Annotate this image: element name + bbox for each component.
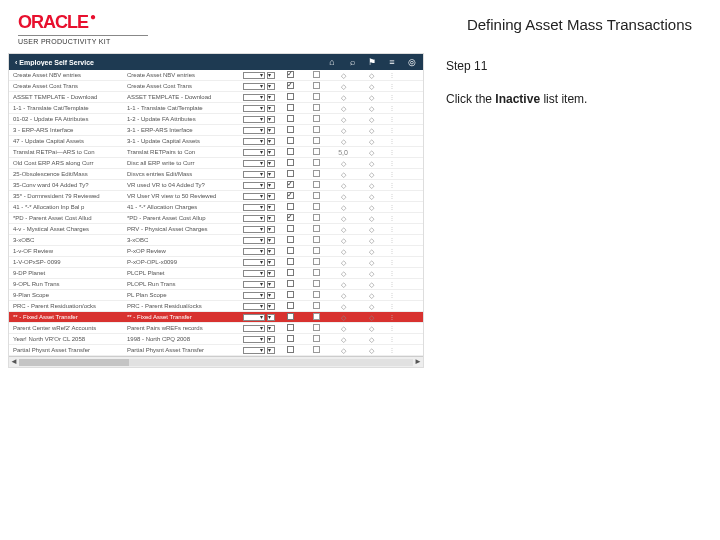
cell-eye[interactable]: ◇ xyxy=(329,347,357,354)
cell-status[interactable] xyxy=(243,259,277,266)
cell-checkbox[interactable] xyxy=(277,71,303,79)
status-dropdown-icon[interactable] xyxy=(267,193,275,200)
cell-handle[interactable]: ⋮ xyxy=(385,314,399,320)
cell-status[interactable] xyxy=(243,215,277,222)
checkbox-icon[interactable] xyxy=(287,269,294,276)
cell-eye[interactable]: ◇ xyxy=(329,226,357,233)
list-item[interactable]: 4-v - Mystical Asset ChargesPRV - Physic… xyxy=(9,224,423,235)
cell-handle[interactable]: ⋮ xyxy=(385,292,399,298)
list-item-highlighted[interactable]: ** - Fixed Asset Transfer** - Fixed Asse… xyxy=(9,312,423,323)
status-select[interactable] xyxy=(243,204,265,211)
cell-flag[interactable] xyxy=(303,137,329,145)
cell-flag[interactable] xyxy=(303,236,329,244)
checkbox-icon[interactable] xyxy=(287,236,294,243)
cell-checkbox[interactable] xyxy=(277,324,303,332)
cell-dot[interactable]: ◇ xyxy=(357,248,385,255)
list-item[interactable]: 1-v-OF ReviewP-xOP Review◇◇⋮ xyxy=(9,246,423,257)
cell-flag[interactable] xyxy=(303,104,329,112)
status-dropdown-icon[interactable] xyxy=(267,281,275,288)
cell-flag[interactable] xyxy=(303,324,329,332)
checkbox-icon[interactable] xyxy=(287,115,294,122)
cell-checkbox[interactable] xyxy=(277,258,303,266)
cell-flag[interactable] xyxy=(303,203,329,211)
cell-flag[interactable] xyxy=(303,269,329,277)
cell-handle[interactable]: ⋮ xyxy=(385,171,399,177)
status-dropdown-icon[interactable] xyxy=(267,259,275,266)
cell-flag[interactable] xyxy=(303,280,329,288)
cell-status[interactable] xyxy=(243,138,277,145)
cell-checkbox[interactable] xyxy=(277,313,303,321)
checkbox-icon[interactable] xyxy=(287,335,294,342)
status-dropdown-icon[interactable] xyxy=(267,83,275,90)
checkbox-icon[interactable] xyxy=(287,247,294,254)
status-select[interactable] xyxy=(243,325,265,332)
checkbox-icon[interactable] xyxy=(287,170,294,177)
cell-eye[interactable]: ◇ xyxy=(329,314,357,321)
cell-status[interactable] xyxy=(243,226,277,233)
cell-handle[interactable]: ⋮ xyxy=(385,248,399,254)
cell-status[interactable] xyxy=(243,149,277,156)
cell-eye[interactable]: ◇ xyxy=(329,127,357,134)
status-select[interactable] xyxy=(243,116,265,123)
status-dropdown-icon[interactable] xyxy=(267,303,275,310)
checkbox-icon[interactable] xyxy=(287,324,294,331)
cell-checkbox[interactable] xyxy=(277,335,303,343)
status-dropdown-icon[interactable] xyxy=(267,270,275,277)
cell-checkbox[interactable] xyxy=(277,346,303,354)
status-select[interactable] xyxy=(243,160,265,167)
cell-checkbox[interactable] xyxy=(277,115,303,123)
horizontal-scrollbar[interactable]: ◄ ► xyxy=(9,356,423,367)
cell-checkbox[interactable] xyxy=(277,93,303,101)
cell-status[interactable] xyxy=(243,303,277,310)
cell-flag[interactable] xyxy=(303,346,329,354)
cell-handle[interactable]: ⋮ xyxy=(385,193,399,199)
cell-handle[interactable]: ⋮ xyxy=(385,281,399,287)
checkbox-icon[interactable] xyxy=(287,93,294,100)
status-select[interactable] xyxy=(243,193,265,200)
cell-status[interactable] xyxy=(243,72,277,79)
status-select[interactable] xyxy=(243,226,265,233)
list-item[interactable]: ASSET TEMPLATE - DownloadASSET TEMPLATE … xyxy=(9,92,423,103)
cell-handle[interactable]: ⋮ xyxy=(385,94,399,100)
cell-eye[interactable]: ◇ xyxy=(329,281,357,288)
status-dropdown-icon[interactable] xyxy=(267,248,275,255)
cell-flag[interactable] xyxy=(303,115,329,123)
cell-dot[interactable]: ◇ xyxy=(357,116,385,123)
cell-checkbox[interactable] xyxy=(277,159,303,167)
cell-dot[interactable]: ◇ xyxy=(357,149,385,156)
cell-checkbox[interactable] xyxy=(277,104,303,112)
list-item[interactable]: 1-1 - Translate Cat/Template1-1 - Transl… xyxy=(9,103,423,114)
cell-checkbox[interactable] xyxy=(277,192,303,200)
cell-status[interactable] xyxy=(243,347,277,354)
cell-dot[interactable]: ◇ xyxy=(357,171,385,178)
status-dropdown-icon[interactable] xyxy=(267,138,275,145)
list-item[interactable]: 41 - *-* Allocation Inp Bal p41 - *-* Al… xyxy=(9,202,423,213)
status-select[interactable] xyxy=(243,347,265,354)
cell-flag[interactable] xyxy=(303,214,329,222)
cell-flag[interactable] xyxy=(303,181,329,189)
status-dropdown-icon[interactable] xyxy=(267,347,275,354)
status-dropdown-icon[interactable] xyxy=(267,149,275,156)
cell-flag[interactable] xyxy=(303,291,329,299)
cell-checkbox[interactable] xyxy=(277,225,303,233)
cell-handle[interactable]: ⋮ xyxy=(385,259,399,265)
status-select[interactable] xyxy=(243,215,265,222)
checkbox-icon[interactable] xyxy=(287,280,294,287)
cell-dot[interactable]: ◇ xyxy=(357,160,385,167)
cell-handle[interactable]: ⋮ xyxy=(385,226,399,232)
cell-status[interactable] xyxy=(243,116,277,123)
cell-eye[interactable]: ◇ xyxy=(329,270,357,277)
list-item[interactable]: 25-Obsolescence Edit/MassDisvcs entries … xyxy=(9,169,423,180)
status-select[interactable] xyxy=(243,270,265,277)
cell-flag[interactable] xyxy=(303,126,329,134)
cell-flag[interactable] xyxy=(303,71,329,79)
cell-handle[interactable]: ⋮ xyxy=(385,347,399,353)
status-dropdown-icon[interactable] xyxy=(267,127,275,134)
cell-status[interactable] xyxy=(243,94,277,101)
breadcrumb[interactable]: ‹ Employee Self Service xyxy=(15,59,327,66)
status-select[interactable] xyxy=(243,83,265,90)
status-select[interactable] xyxy=(243,182,265,189)
status-dropdown-icon[interactable] xyxy=(267,72,275,79)
cell-eye[interactable]: 5,0 xyxy=(329,149,357,156)
cell-eye[interactable]: ◇ xyxy=(329,105,357,112)
